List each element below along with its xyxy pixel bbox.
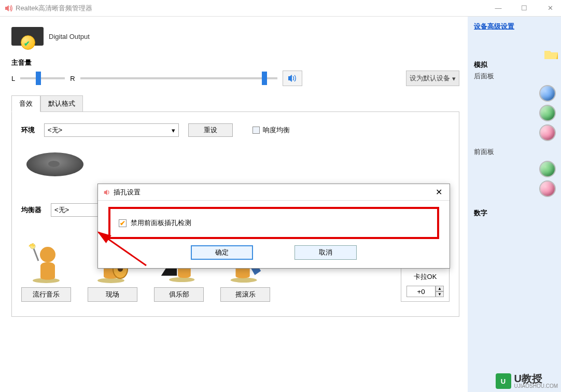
- dialog-ok-button[interactable]: 确定: [191, 245, 253, 260]
- window-title: Realtek高清晰音频管理器: [16, 4, 492, 13]
- titlebar: Realtek高清晰音频管理器 — ☐ ✕: [0, 0, 561, 17]
- jack-rear-green[interactable]: [540, 106, 555, 120]
- advanced-settings-link[interactable]: 设备高级设置: [474, 22, 514, 30]
- karaoke-label: 卡拉OK: [414, 272, 437, 282]
- analog-title: 模拟: [474, 60, 555, 69]
- mute-button[interactable]: [283, 71, 302, 86]
- svg-point-1: [40, 247, 55, 262]
- karaoke-up-button[interactable]: ▲: [436, 286, 444, 291]
- karaoke-down-button[interactable]: ▼: [436, 291, 444, 297]
- jack-front-green[interactable]: [540, 162, 555, 176]
- digital-title: 数字: [474, 208, 555, 218]
- disable-front-jack-label: 禁用前面板插孔检测: [131, 218, 191, 228]
- watermark: U U教授 UJIAOSHOU.COM: [496, 373, 558, 389]
- dialog-cancel-button[interactable]: 取消: [294, 245, 357, 260]
- environment-reset-button[interactable]: 重设: [188, 123, 233, 137]
- svg-point-8: [169, 277, 194, 283]
- environment-select[interactable]: <无>▾: [44, 123, 179, 137]
- dialog-close-button[interactable]: ✕: [433, 187, 444, 197]
- preset-live-button[interactable]: 现场: [88, 287, 137, 302]
- rear-panel-label: 后面板: [474, 72, 555, 81]
- folder-icon[interactable]: [543, 48, 559, 60]
- watermark-url: UJIAOSHOU.COM: [514, 384, 558, 389]
- environment-preview-image: [21, 146, 89, 183]
- dialog-title: 插孔设置: [114, 188, 141, 197]
- jack-front-pink[interactable]: [540, 181, 555, 196]
- device-tab[interactable]: ✔ Digital Output: [8, 23, 462, 53]
- highlight-annotation: ✔ 禁用前面板插孔检测: [108, 207, 439, 239]
- jack-settings-dialog: 插孔设置 ✕ ✔ 禁用前面板插孔检测 确定 取消: [97, 184, 450, 269]
- maximize-button[interactable]: ☐: [517, 4, 531, 12]
- speaker-icon: [4, 4, 12, 12]
- front-panel-label: 前面板: [474, 147, 555, 157]
- svg-point-11: [231, 277, 257, 283]
- disable-front-jack-checkbox[interactable]: ✔: [119, 219, 127, 227]
- equalizer-label: 均衡器: [21, 205, 41, 215]
- tab-effects[interactable]: 音效: [11, 95, 40, 112]
- volume-title: 主音量: [11, 58, 459, 67]
- close-button[interactable]: ✕: [543, 4, 557, 12]
- jack-rear-blue[interactable]: [540, 86, 555, 101]
- tab-default-format[interactable]: 默认格式: [40, 95, 83, 112]
- set-default-device-button[interactable]: 设为默认设备▾: [406, 71, 459, 86]
- minimize-button[interactable]: —: [492, 4, 505, 12]
- preset-club-button[interactable]: 俱乐部: [154, 287, 204, 302]
- balance-left-label: L: [11, 75, 15, 82]
- watermark-name: U教授: [514, 373, 558, 384]
- balance-right-label: R: [70, 75, 75, 82]
- volume-slider[interactable]: [80, 77, 277, 79]
- loudness-checkbox[interactable]: 响度均衡: [253, 125, 290, 135]
- device-icon: ✔: [11, 27, 44, 46]
- jack-rear-pink[interactable]: [540, 125, 555, 140]
- preset-pop-icon: [26, 243, 66, 284]
- watermark-badge-icon: U: [496, 373, 511, 389]
- speaker-icon: [103, 189, 110, 196]
- side-panel: 设备高级设置 模拟 后面板 前面板 数字: [468, 17, 561, 392]
- device-label: Digital Output: [49, 33, 90, 40]
- preset-pop-button[interactable]: 流行音乐: [21, 287, 71, 302]
- balance-slider[interactable]: [20, 77, 65, 79]
- karaoke-value-input[interactable]: [406, 286, 436, 297]
- environment-label: 环境: [21, 125, 35, 135]
- preset-rock-button[interactable]: 摇滚乐: [220, 287, 270, 302]
